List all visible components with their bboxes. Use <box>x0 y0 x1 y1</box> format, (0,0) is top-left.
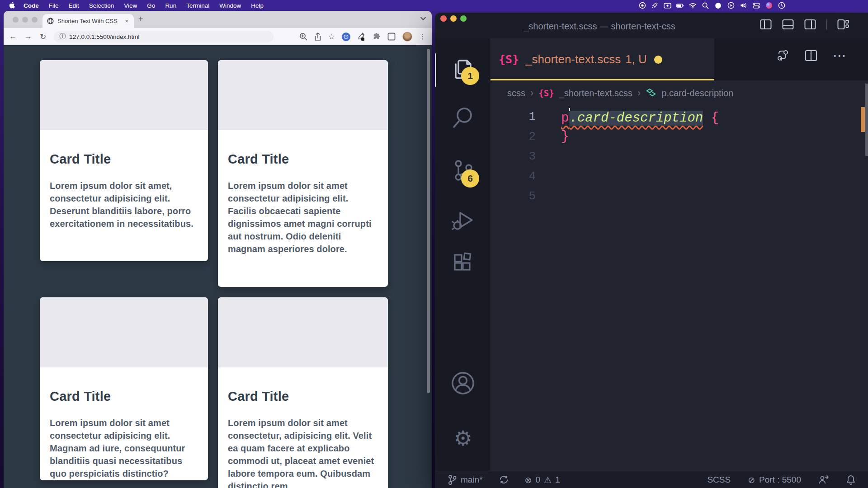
menu-item-edit[interactable]: Edit <box>64 2 84 9</box>
menu-item-file[interactable]: File <box>44 2 64 9</box>
toggle-primary-sidebar-icon[interactable] <box>760 19 772 30</box>
breadcrumb[interactable]: scss › {S} _shorten-text.scss › p.card-d… <box>507 84 733 103</box>
rocket-icon[interactable] <box>651 2 659 9</box>
unsaved-dot-icon[interactable] <box>654 56 662 64</box>
password-manager-extension-icon[interactable] <box>342 33 350 41</box>
code-line[interactable]: 5 <box>491 186 868 206</box>
favicon-globe-icon <box>47 18 54 24</box>
address-bar[interactable]: ⓘ 127.0.0.1:5500/index.html <box>54 31 274 42</box>
run-debug-icon[interactable] <box>449 206 476 234</box>
close-window-button[interactable] <box>13 17 19 23</box>
tab-search-chevron-icon[interactable] <box>420 16 426 21</box>
code-line[interactable]: 2 } <box>491 127 868 146</box>
siri-icon[interactable] <box>765 2 773 9</box>
record-icon[interactable] <box>638 2 646 9</box>
overview-ruler-warning-mark <box>861 107 865 132</box>
battery-icon[interactable] <box>676 2 684 9</box>
toolbar-actions: ☆ ⋮ <box>299 32 426 42</box>
share-icon[interactable] <box>314 33 321 41</box>
account-icon[interactable] <box>449 370 476 397</box>
browser-window: Shorten Text With CSS × + ← → ↻ ⓘ 127.0.… <box>4 11 432 488</box>
site-info-icon[interactable]: ⓘ <box>59 33 66 41</box>
volume-icon[interactable] <box>740 2 747 9</box>
search-icon[interactable] <box>449 104 476 131</box>
browser-tab[interactable]: Shorten Text With CSS × <box>42 14 134 28</box>
browser-tab-strip: Shorten Text With CSS × + <box>4 11 432 28</box>
tab-close-icon[interactable]: × <box>124 18 129 24</box>
back-button[interactable]: ← <box>9 32 17 41</box>
toggle-secondary-sidebar-icon[interactable] <box>804 19 816 30</box>
code-token-close-brace: } <box>561 129 569 144</box>
problems-indicator[interactable]: ⊗ 0 ⚠ 1 <box>525 475 560 485</box>
line-number: 5 <box>491 189 536 203</box>
zoom-icon[interactable] <box>299 33 307 41</box>
toggle-panel-icon[interactable] <box>782 19 794 30</box>
play-circle-icon[interactable] <box>727 2 735 9</box>
side-panel-icon[interactable] <box>387 33 396 41</box>
close-window-button[interactable] <box>440 15 447 22</box>
card-title: Card Title <box>50 152 198 167</box>
zoom-window-button[interactable] <box>32 17 38 23</box>
divider <box>826 19 827 30</box>
breadcrumb-symbol[interactable]: p.card-description <box>661 88 733 99</box>
language-mode[interactable]: SCSS <box>707 475 731 485</box>
control-center-icon[interactable] <box>752 2 760 9</box>
extensions-icon[interactable] <box>449 249 476 277</box>
more-actions-icon[interactable]: ⋯ <box>833 51 846 60</box>
split-editor-icon[interactable] <box>805 50 817 61</box>
wifi-icon[interactable] <box>689 2 697 9</box>
menu-item-app[interactable]: Code <box>19 2 44 9</box>
vscode-window: _shorten-text.scss — shorten-text-css <box>435 13 868 488</box>
card-description: Lorem ipsum dolor sit amet, consectetur … <box>50 179 198 230</box>
editor-tab[interactable]: {S} _shorten-text.scss 1, U <box>491 38 714 80</box>
code-line[interactable]: 4 <box>491 166 868 186</box>
menu-item-help[interactable]: Help <box>246 2 269 9</box>
menu-item-selection[interactable]: Selection <box>84 2 119 9</box>
branch-indicator[interactable]: main* <box>448 474 483 485</box>
menu-item-view[interactable]: View <box>119 2 142 9</box>
feedback-icon[interactable] <box>818 475 829 485</box>
card-title: Card Title <box>50 389 198 404</box>
spotlight-search-icon[interactable] <box>702 2 709 9</box>
menu-item-terminal[interactable]: Terminal <box>181 2 214 9</box>
bookmark-star-icon[interactable]: ☆ <box>328 32 335 42</box>
open-changes-icon[interactable] <box>777 49 789 62</box>
profile-avatar[interactable] <box>402 32 412 42</box>
clock-icon[interactable] <box>778 2 785 9</box>
extensions-puzzle-icon[interactable] <box>372 33 381 41</box>
port-label[interactable]: Port : 5500 <box>759 475 801 485</box>
settings-gear-icon[interactable]: ⚙ <box>449 425 476 452</box>
code-line[interactable]: 3 <box>491 146 868 166</box>
notifications-bell-icon[interactable] <box>846 475 855 485</box>
customize-layout-icon[interactable] <box>837 19 849 30</box>
screen-record-icon[interactable] <box>664 2 671 9</box>
editor-scrollbar[interactable] <box>865 84 868 156</box>
sync-changes-button[interactable] <box>499 475 509 484</box>
menu-item-go[interactable]: Go <box>142 2 160 9</box>
do-not-disturb-icon[interactable] <box>714 2 722 9</box>
minimize-window-button[interactable] <box>450 15 457 22</box>
breadcrumb-folder[interactable]: scss <box>507 88 525 99</box>
warning-count: 1 <box>555 475 560 485</box>
browser-menu-icon[interactable]: ⋮ <box>419 33 426 41</box>
menu-item-run[interactable]: Run <box>160 2 181 9</box>
card: Card Title Lorem ipsum dolor sit amet co… <box>218 60 388 287</box>
minimize-window-button[interactable] <box>22 17 28 23</box>
breadcrumb-file[interactable]: _shorten-text.scss <box>559 88 632 99</box>
reload-button[interactable]: ↻ <box>40 32 46 42</box>
menu-item-window[interactable]: Window <box>214 2 246 9</box>
url-text[interactable]: 127.0.0.1:5500/index.html <box>69 33 139 40</box>
code-line[interactable]: 1 p.card-description { <box>491 107 868 127</box>
live-server-port[interactable]: ⊘ Port : 5500 <box>748 475 801 485</box>
colorpicker-extension-icon[interactable] <box>357 33 365 41</box>
line-number: 3 <box>491 150 536 163</box>
card-description: Lorem ipsum dolor sit amet consectetur a… <box>50 417 198 480</box>
code-area[interactable]: 1 p.card-description { 2 } 3 4 5 <box>491 107 868 206</box>
errors-icon: ⊗ <box>525 475 532 485</box>
editor-group: {S} _shorten-text.scss 1, U ⋯ scss <box>491 38 868 471</box>
new-tab-button[interactable]: + <box>138 14 143 24</box>
branch-name[interactable]: main* <box>461 475 483 485</box>
page-scrollbar[interactable] <box>427 49 430 393</box>
apple-logo-icon[interactable] <box>9 2 16 9</box>
forward-button[interactable]: → <box>24 32 32 41</box>
